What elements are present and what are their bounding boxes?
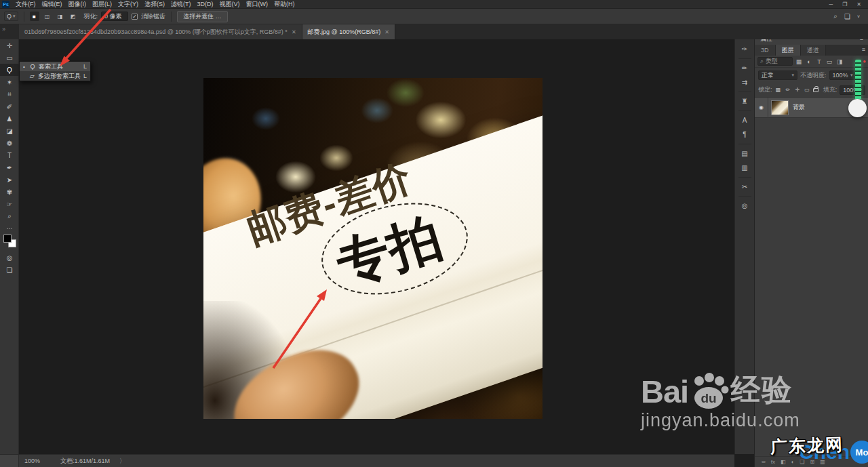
document-image[interactable]: 邮费-差价 专拍 [203,78,542,419]
menu-select[interactable]: 选择(S) [144,0,165,9]
link-layers-icon[interactable]: ∞ [762,459,766,465]
select-and-mask-button[interactable]: 选择并遮住 … [177,11,228,22]
edit-toolbar-ellipsis[interactable]: … [0,222,19,232]
menu-type[interactable]: 文字(Y) [118,0,138,9]
filter-type-layers-icon[interactable]: T [815,58,823,65]
layer-filter-toggle[interactable]: ● [863,58,866,64]
filter-shape-layers-icon[interactable]: ▭ [825,58,833,65]
tool-crop[interactable]: ⌗ [0,88,19,100]
tab-title: 邮费.jpg @ 100%(RGB/8#) [308,28,381,37]
canvas-area[interactable]: 邮费-差价 专拍 [19,39,734,454]
floating-dot-widget[interactable] [848,99,867,117]
fill-select[interactable]: 100% ▾ [840,85,865,95]
intersect-selection-mode-button[interactable]: ◩ [68,12,78,21]
document-tab-psd[interactable]: 01bd69f7980e5f20cf81254dbd20b93acc898e4a… [19,24,302,39]
divider [171,12,172,22]
menu-window[interactable]: 窗口(W) [246,0,269,9]
lock-all-icon[interactable] [813,88,818,92]
flyout-item-label: 多边形套索工具 [38,72,81,81]
tool-hand[interactable]: ☞ [0,198,19,210]
quick-mask-button[interactable]: ◎ [0,251,19,264]
tool-zoom[interactable]: ⌕ [0,210,19,222]
menu-filter[interactable]: 滤镜(T) [171,0,191,9]
close-icon[interactable]: ✕ [384,29,389,35]
clone-source-panel-icon[interactable]: ⇉ [735,75,755,89]
add-selection-mode-button[interactable]: ◫ [43,12,52,21]
tool-clone-stamp[interactable]: ♟ [0,113,19,125]
layer-filter-type-label: 类型 [766,57,778,66]
menu-view[interactable]: 视图(V) [220,0,240,9]
tool-shape[interactable]: ✾ [0,186,19,198]
character-panel-icon[interactable]: A [735,113,755,127]
minimize-button[interactable]: ─ [829,1,833,7]
tool-path-selection[interactable]: ➤ [0,174,19,186]
layer-effects-icon[interactable]: fx [771,459,775,465]
menu-image[interactable]: 图像(I) [68,0,87,9]
close-button[interactable]: ✕ [856,1,861,7]
layer-mask-icon[interactable]: ◧ [781,459,786,465]
current-tool-preview[interactable]: Ϙ ▾ [4,12,18,21]
new-selection-mode-button[interactable]: ■ [30,12,39,21]
status-options-chevron[interactable]: 〉 [119,457,125,466]
flyout-item-lasso[interactable]: • Ϙ 套索工具 L [20,62,90,71]
tool-lasso[interactable]: Ϙ [0,64,19,76]
antialias-checkbox[interactable]: ✓ [132,14,138,20]
stamp-panel-icon[interactable]: ♜ [735,94,755,108]
menu-file[interactable]: 文件(F) [16,0,36,9]
search-icon[interactable]: ⌕ [833,12,837,20]
feather-input[interactable]: 0 像素 [101,12,128,21]
tool-marquee[interactable]: ▭ [0,52,19,64]
search-icon: ⌕ [760,58,764,65]
foreground-color-swatch[interactable] [3,235,12,243]
tab-3d[interactable]: 3D [755,45,776,56]
blend-mode-select[interactable]: 正常 ▾ [758,70,797,80]
adjustment-layer-icon[interactable]: ◐ [791,459,795,465]
brush-settings-panel-icon[interactable]: ✑ [735,42,755,56]
workspace-switcher-icon[interactable]: ❏ [844,13,850,20]
flyout-item-label: 套索工具 [39,62,81,71]
lock-position-icon[interactable]: ✛ [794,87,801,93]
restore-button[interactable]: ❐ [842,1,847,7]
layer-thumbnail[interactable] [771,100,789,115]
brush-panel-icon[interactable]: ✏ [735,61,755,75]
layer-visibility-toggle[interactable]: ◉ [755,98,768,118]
tool-type[interactable]: T [0,149,19,161]
opacity-select[interactable]: 100% ▾ [829,70,856,80]
cc-libraries-panel-icon[interactable]: ◎ [735,199,755,213]
menu-3d[interactable]: 3D(D) [197,1,214,7]
panel-menu-icon[interactable]: ≡ [862,45,868,56]
layer-filter-type-select[interactable]: ⌕ 类型 [757,57,793,66]
tool-pen[interactable]: ✒ [0,161,19,174]
tab-layers[interactable]: 图层 [776,45,801,56]
document-tab-bar: » 01bd69f7980e5f20cf81254dbd20b93acc898e… [0,24,868,39]
opacity-label: 不透明度: [800,71,827,80]
flyout-item-polygonal-lasso[interactable]: ▱ 多边形套索工具 L [20,71,90,81]
tool-eyedropper[interactable]: ✐ [0,100,19,113]
paragraph-panel-icon[interactable]: ¶ [735,127,755,142]
tab-channels[interactable]: 通道 [801,45,826,56]
subtract-selection-mode-button[interactable]: ◨ [56,12,65,21]
lock-transparent-pixels-icon[interactable]: ▩ [775,87,782,93]
tool-presets-panel-icon[interactable]: ✂ [735,180,755,194]
screen-mode-button[interactable]: ❏ [0,264,19,276]
tools-panel: ✛ ▭ Ϙ ✶ ⌗ ✐ ♟ ◪ ❁ T ✒ ➤ ✾ ☞ ⌕ … ◎ ❏ [0,39,19,454]
tool-move[interactable]: ✛ [0,39,19,52]
chevron-down-icon[interactable]: ˅ [857,14,860,19]
menu-layer[interactable]: 图层(L) [92,0,112,9]
filter-adjustment-layers-icon[interactable]: ◐ [805,58,813,65]
lock-artboard-icon[interactable]: ▭ [804,87,810,93]
tool-gradient[interactable]: ❁ [0,137,19,149]
document-tab-jpg[interactable]: 邮费.jpg @ 100%(RGB/8#) ✕ [302,24,395,39]
zoom-level-field[interactable]: 100% [19,458,45,464]
tool-eraser[interactable]: ◪ [0,125,19,137]
close-icon[interactable]: ✕ [292,29,296,35]
layer-comps-panel-icon[interactable]: ▥ [735,161,755,175]
toolbar-collapse-chevron[interactable]: » [0,24,19,39]
tool-quick-selection[interactable]: ✶ [0,76,19,88]
menu-help[interactable]: 帮助(H) [274,0,295,9]
filter-smart-objects-icon[interactable]: ◨ [835,58,844,65]
lock-image-pixels-icon[interactable]: ✏ [785,87,791,93]
filter-pixel-layers-icon[interactable]: ▦ [795,58,803,65]
glyphs-panel-icon[interactable]: ▤ [735,146,755,161]
menu-edit[interactable]: 编辑(E) [42,0,62,9]
